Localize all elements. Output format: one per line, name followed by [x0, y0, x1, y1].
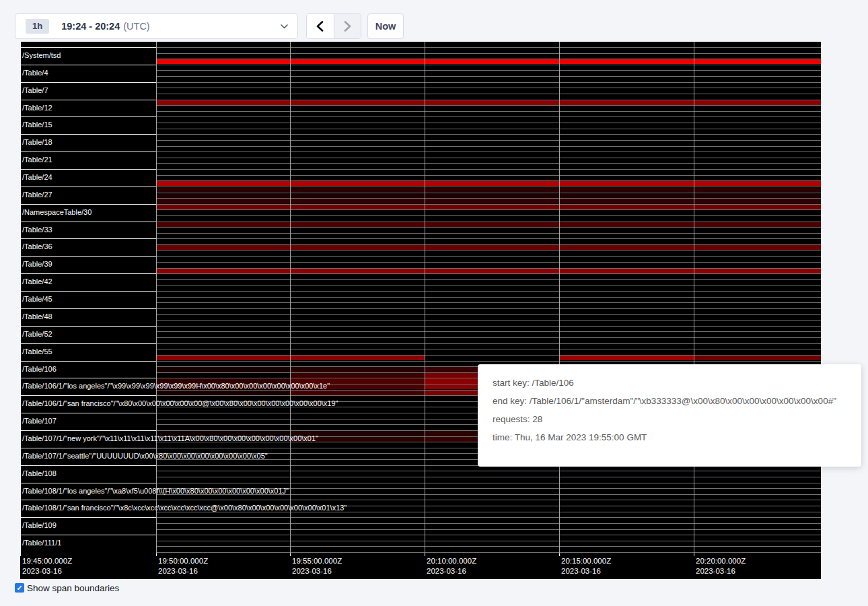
heat-band[interactable]: [291, 181, 425, 186]
heat-band[interactable]: [425, 193, 559, 198]
span-boundary-line: [156, 541, 821, 541]
now-button[interactable]: Now: [367, 13, 404, 39]
row-label: /Table/42: [22, 277, 52, 285]
span-boundary-line: [156, 477, 821, 477]
next-time-button[interactable]: [334, 14, 361, 38]
heat-band[interactable]: [157, 205, 290, 209]
heat-band[interactable]: [694, 193, 821, 198]
heat-band[interactable]: [425, 269, 559, 273]
heat-band[interactable]: [694, 222, 821, 227]
row-boundary-line: [20, 395, 156, 396]
row-boundary-line: [20, 116, 156, 117]
heat-band[interactable]: [694, 181, 821, 186]
heat-band[interactable]: [157, 199, 290, 203]
heat-band[interactable]: [291, 245, 425, 250]
show-span-boundaries-row: ✓ Show span boundaries: [15, 583, 119, 594]
span-boundary-line: [156, 517, 821, 518]
row-label: /Table/109: [22, 521, 57, 529]
span-boundary-line: [156, 326, 821, 327]
heat-band[interactable]: [157, 245, 290, 250]
heat-band[interactable]: [291, 356, 425, 360]
heat-band[interactable]: [694, 100, 821, 105]
span-boundary-line: [156, 238, 821, 239]
row-label: /NamespaceTable/30: [22, 208, 92, 216]
heat-band[interactable]: [157, 367, 290, 372]
time-range-selector[interactable]: 1h 19:24 - 20:24 (UTC): [15, 13, 298, 39]
key-visualizer-heatmap[interactable]: /System/tsd/Table/4/Table/7/Table/12/Tab…: [20, 42, 821, 579]
heat-band[interactable]: [291, 100, 425, 105]
heat-band[interactable]: [425, 181, 559, 186]
span-boundary-line: [156, 279, 821, 280]
heat-band[interactable]: [425, 199, 559, 203]
heat-band[interactable]: [157, 100, 290, 105]
x-axis-tick-time: 20:15:00.000Z: [561, 556, 611, 566]
time-bucket-line: [290, 42, 291, 553]
heat-band[interactable]: [694, 199, 821, 203]
span-boundary-line: [156, 82, 821, 83]
heat-band[interactable]: [694, 269, 821, 273]
row-boundary-line: [20, 256, 156, 257]
heat-band[interactable]: [291, 269, 425, 273]
heat-band[interactable]: [291, 391, 425, 395]
row-boundary-line: [20, 361, 156, 362]
heat-band[interactable]: [425, 187, 559, 192]
heat-band[interactable]: [425, 100, 559, 105]
heat-band[interactable]: [291, 199, 425, 203]
span-boundary-line: [156, 53, 821, 54]
x-axis-tick-date: 2023-03-16: [427, 566, 466, 576]
heat-band[interactable]: [560, 187, 694, 192]
heat-band[interactable]: [425, 59, 559, 64]
span-boundary-line: [156, 227, 821, 228]
heat-band[interactable]: [560, 245, 694, 250]
heat-band[interactable]: [157, 222, 290, 227]
heat-band[interactable]: [694, 59, 821, 64]
span-boundary-line: [156, 349, 821, 349]
heat-band[interactable]: [425, 222, 559, 227]
heat-band[interactable]: [560, 100, 694, 105]
heat-band[interactable]: [291, 187, 425, 192]
heat-band[interactable]: [291, 205, 425, 209]
span-boundary-line: [156, 256, 821, 257]
span-boundary-line: [156, 297, 821, 298]
heat-band[interactable]: [560, 205, 694, 209]
x-axis-tick-date: 2023-03-16: [696, 566, 735, 576]
heat-band[interactable]: [694, 356, 821, 360]
heat-band[interactable]: [291, 193, 425, 198]
heat-band[interactable]: [560, 193, 694, 198]
heat-band[interactable]: [694, 205, 821, 209]
heat-band[interactable]: [157, 269, 290, 273]
row-boundary-line: [20, 238, 156, 239]
heat-band[interactable]: [157, 187, 290, 192]
heat-band[interactable]: [560, 356, 694, 360]
heat-band[interactable]: [291, 59, 425, 64]
heat-band[interactable]: [560, 199, 694, 203]
heat-band[interactable]: [157, 181, 290, 186]
prev-time-button[interactable]: [307, 14, 334, 38]
heat-band[interactable]: [425, 245, 559, 250]
span-boundary-line: [156, 65, 821, 65]
time-nav-group: [306, 13, 361, 39]
span-boundary-line: [156, 47, 821, 48]
row-boundary-line: [20, 82, 156, 83]
heat-band[interactable]: [694, 187, 821, 192]
span-boundary-line: [156, 140, 821, 141]
heat-band[interactable]: [425, 205, 559, 209]
heat-band[interactable]: [291, 367, 425, 372]
heat-band[interactable]: [560, 222, 694, 227]
heat-band[interactable]: [560, 181, 694, 186]
show-span-boundaries-checkbox[interactable]: ✓: [15, 583, 24, 593]
heat-band[interactable]: [157, 193, 290, 198]
heat-band[interactable]: [560, 59, 694, 64]
x-axis-tick-time: 20:20:00.000Z: [696, 556, 746, 566]
row-label: /Table/7: [22, 86, 48, 94]
heat-band[interactable]: [157, 356, 290, 360]
heat-band[interactable]: [560, 269, 694, 273]
heat-band[interactable]: [694, 245, 821, 250]
heat-band[interactable]: [291, 222, 425, 227]
heat-band[interactable]: [157, 59, 290, 64]
row-boundary-line: [20, 169, 156, 170]
heat-band[interactable]: [291, 373, 425, 378]
chevron-down-icon: [281, 24, 288, 29]
heat-band[interactable]: [157, 391, 290, 395]
span-boundary-line: [156, 70, 821, 71]
